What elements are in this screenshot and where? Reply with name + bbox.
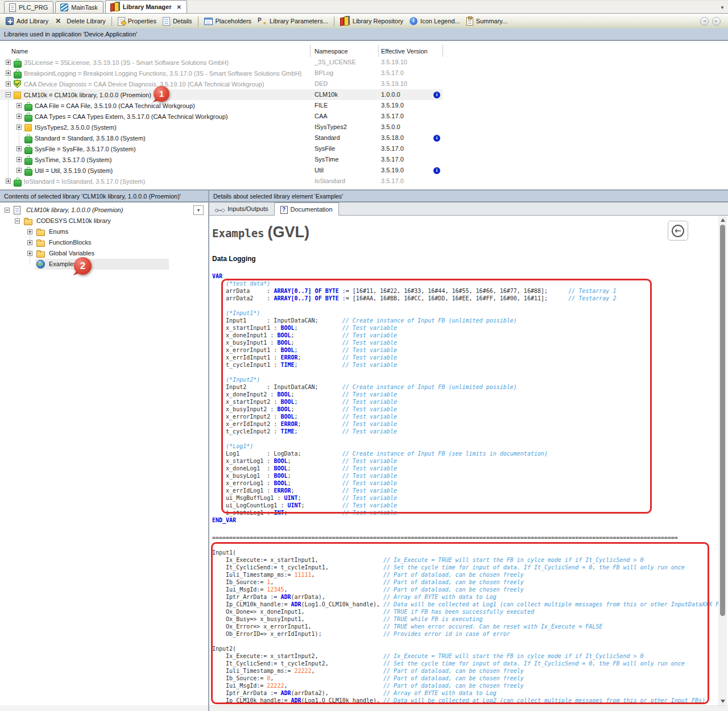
column-header-namespace[interactable]: Namespace: [315, 48, 348, 55]
code-comment: // Create instance of Input FB (see limi…: [342, 450, 548, 457]
expand-icon[interactable]: [16, 103, 22, 108]
code-comment: // Provides error id in case of error: [383, 631, 510, 637]
placeholders-button[interactable]: Placeholders: [201, 16, 255, 26]
code-text: ;: [291, 487, 342, 494]
table-row[interactable]: CAA Device Diagnosis = CAA Device Diagno…: [0, 78, 728, 89]
task-icon: [60, 3, 68, 11]
expand-icon[interactable]: [16, 114, 22, 119]
expand-icon[interactable]: [16, 146, 22, 151]
table-row[interactable]: Util = Util, 3.5.19.0 (System)Util3.5.19…: [0, 165, 728, 176]
code-line: x_doneLog1 : BOOL; // Test variable: [212, 465, 616, 472]
lock-icon: [24, 166, 32, 175]
expand-icon[interactable]: [16, 125, 22, 130]
summary-button[interactable]: Summary...: [464, 15, 510, 27]
code-comment: // Test variable: [342, 347, 397, 353]
code-comment: // Array of BYTE with data to Log: [383, 594, 497, 600]
expand-icon[interactable]: [27, 251, 32, 256]
tree-item-clm10k-library-1-0-0-0-proemion[interactable]: CLM10k library, 1.0.0.0 (Proemion)▼: [0, 205, 208, 216]
tab-library-manager[interactable]: Library Manager✕: [105, 0, 187, 13]
doc-vscrollbar[interactable]: [718, 216, 727, 705]
code-text: ;: [287, 465, 342, 472]
library-parameters-button[interactable]: Library Parameters...: [255, 15, 331, 27]
namespace-value: BPLog: [315, 69, 333, 76]
library-repository-button[interactable]: Library Repository: [337, 16, 406, 27]
code-line: Ix_Execute:= x_startInput1, // Ix_Execut…: [212, 556, 726, 564]
expand-icon[interactable]: [27, 240, 32, 245]
details-button[interactable]: Details: [160, 16, 195, 27]
scroll-up-icon[interactable]: [718, 216, 727, 224]
scroll-thumb[interactable]: [720, 225, 725, 616]
code-text: END_VAR: [212, 517, 236, 523]
tab-plc-prg[interactable]: PLC_PRG: [4, 1, 53, 13]
collapse-icon[interactable]: [5, 208, 10, 213]
tab-label: Documentation: [291, 206, 333, 213]
expand-icon[interactable]: [6, 71, 11, 76]
tree-item-enums[interactable]: Enums: [0, 226, 208, 237]
tab-maintask[interactable]: MainTask: [55, 1, 103, 13]
table-row[interactable]: ISysTypes2, 3.5.0.0 (System)ISysTypes23.…: [0, 122, 728, 133]
code-text: 12345: [267, 586, 284, 593]
code-text: Iptr_ArrData :=: [212, 594, 280, 600]
doc-title-type: (GVL): [268, 224, 310, 241]
tree-item-global-variables[interactable]: Global Variables: [0, 248, 208, 259]
tab-overflow-icon[interactable]: ▼: [720, 5, 725, 10]
info-icon[interactable]: [433, 135, 440, 142]
expand-icon[interactable]: [6, 60, 11, 65]
code-comment: // Test variable: [342, 480, 397, 486]
tab-documentation[interactable]: Documentation: [274, 202, 339, 216]
table-row[interactable]: CLM10k = CLM10k library, 1.0.0.0 (Proemi…: [0, 89, 728, 100]
properties-button[interactable]: Properties: [115, 16, 159, 27]
scroll-down-icon[interactable]: [718, 697, 727, 705]
close-icon[interactable]: ✕: [176, 4, 181, 10]
add-library-button[interactable]: Add Library: [3, 16, 51, 26]
table-row[interactable]: SysFile = SysFile, 3.5.17.0 (System)SysF…: [0, 143, 728, 154]
library-contents-panel: Contents of selected library 'CLM10k lib…: [0, 191, 208, 711]
back-button[interactable]: ←: [668, 221, 688, 241]
code-comment: // Test variable: [342, 465, 397, 472]
expand-icon[interactable]: [6, 81, 11, 86]
code-text: t_cycleInput2 :: [212, 428, 280, 435]
libraries-used-header-label: Libraries used in application 'Device.Ap…: [4, 31, 137, 38]
code-line: x_errorInput2 : BOOL; // Test variable: [212, 413, 616, 420]
expand-icon[interactable]: [16, 157, 22, 162]
row-content: CLM10k = CLM10k library, 1.0.0.0 (Proemi…: [6, 89, 151, 100]
library-manager-window: PLC_PRGMainTaskLibrary Manager✕▼ Add Lib…: [0, 0, 728, 711]
code-line: arrData : ARRAY[0..7] OF BYTE := [16#11,…: [212, 287, 616, 295]
code-text: ERROR: [280, 354, 297, 361]
code-text: BOOL: [277, 332, 291, 338]
table-row[interactable]: BreakpointLogging = Breakpoint Logging F…: [0, 68, 728, 78]
nav-forward-button[interactable]: ▶: [712, 17, 721, 26]
tab-inputs-outputs[interactable]: Inputs/Outputs: [209, 202, 274, 215]
tree-item-examples[interactable]: Examples: [0, 259, 208, 270]
table-row[interactable]: IoStandard = IoStandard, 3.5.17.0 (Syste…: [0, 176, 728, 187]
collapse-icon[interactable]: [15, 218, 20, 224]
expand-icon[interactable]: [27, 229, 32, 234]
table-row[interactable]: 3SLicense = 3SLicense, 3.5.19.10 (3S - S…: [0, 57, 728, 68]
tree-item-functionblocks[interactable]: FunctionBlocks: [0, 237, 208, 248]
code-text: ,: [312, 572, 383, 578]
table-row[interactable]: CAA Types = CAA Types Extern, 3.5.17.0 (…: [0, 111, 728, 122]
nav-back-button[interactable]: ◀: [700, 17, 709, 26]
doc-hscrollbar[interactable]: [209, 705, 728, 711]
table-row[interactable]: SysTime, 3.5.17.0 (System)SysTime3.5.17.…: [0, 154, 728, 165]
icon-legend-button[interactable]: Icon Legend...: [407, 16, 463, 26]
delete-library-button[interactable]: Delete Library: [52, 15, 108, 27]
version-value: 3.5.17.0: [381, 113, 404, 119]
column-header-name[interactable]: Name: [11, 48, 28, 55]
column-header-effective-version[interactable]: Effective Version: [381, 48, 428, 55]
lock-icon: [14, 58, 21, 67]
dropdown-button[interactable]: ▼: [193, 205, 204, 215]
info-icon[interactable]: [433, 167, 440, 174]
table-row[interactable]: Standard = Standard, 3.5.18.0 (System)St…: [0, 133, 728, 143]
table-row[interactable]: CAA File = CAA File, 3.5.19.0 (CAA Techn…: [0, 100, 728, 111]
expand-icon[interactable]: [6, 179, 11, 184]
code-text: BOOL: [274, 465, 287, 472]
collapse-icon[interactable]: [6, 92, 11, 97]
code-line: Input1 : InputDataCAN; // Create instanc…: [212, 317, 616, 324]
info-icon[interactable]: [433, 92, 440, 98]
contents-hscrollbar[interactable]: [0, 705, 208, 711]
code-line: t_cycleInput2 : TIME; // Test variable: [212, 428, 616, 435]
expand-icon[interactable]: [16, 168, 22, 173]
tree-item-codesys-clm10k-library[interactable]: CODESYS CLM10k library: [0, 216, 208, 226]
code-line: Ib_Source:= 0, // Part of dataload, can …: [212, 675, 726, 682]
